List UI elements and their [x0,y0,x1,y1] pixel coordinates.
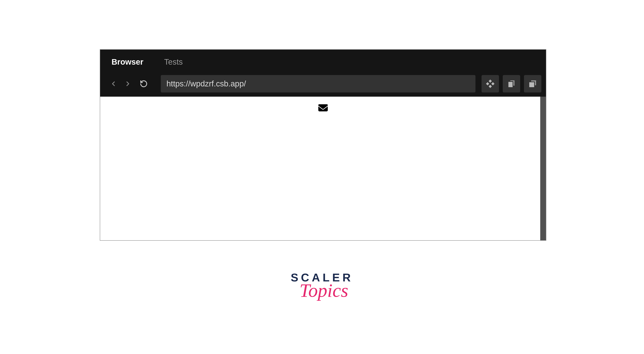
svg-rect-1 [486,82,489,86]
reload-button[interactable] [139,79,148,88]
tab-tests[interactable]: Tests [164,58,183,67]
chevron-right-icon [124,80,132,88]
toolbar [100,74,546,97]
tabs-bar: Browser Tests [100,50,546,74]
content-area [100,97,546,240]
browser-chrome: Browser Tests [100,50,546,97]
action-buttons [482,75,541,93]
copy-icon [507,79,516,88]
back-button[interactable] [109,79,118,88]
chevron-left-icon [110,80,117,88]
logo: SCALER Topics [291,271,353,301]
svg-rect-0 [489,80,492,83]
logo-line-2: Topics [300,279,348,301]
url-input[interactable] [161,75,476,93]
windows-icon [528,79,537,88]
new-window-button[interactable] [503,75,520,93]
tab-browser[interactable]: Browser [112,58,143,67]
nav-buttons [105,79,152,88]
sandbox-button[interactable] [482,75,499,93]
svg-rect-4 [508,82,512,87]
windows-button[interactable] [524,75,541,93]
forward-button[interactable] [123,79,132,88]
scrollbar[interactable] [540,97,546,240]
svg-rect-2 [492,82,494,86]
sandbox-icon [486,79,495,88]
browser-window: Browser Tests [100,49,546,241]
svg-rect-5 [529,82,534,87]
envelope-icon [317,103,329,113]
svg-rect-3 [489,85,492,88]
reload-icon [140,80,148,88]
